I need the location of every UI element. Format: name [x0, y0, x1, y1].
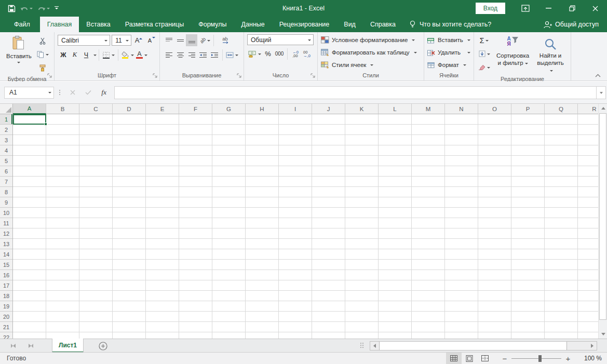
- horizontal-scrollbar[interactable]: [370, 341, 597, 350]
- redo-button[interactable]: [37, 2, 50, 15]
- column-header-C[interactable]: C: [79, 104, 113, 114]
- horizontal-scrollbar-thumb[interactable]: [379, 342, 567, 350]
- percent-style-button[interactable]: %: [262, 48, 274, 60]
- column-header-P[interactable]: P: [511, 104, 545, 114]
- formula-bar-input[interactable]: [114, 86, 597, 99]
- column-header-I[interactable]: I: [279, 104, 312, 114]
- insert-cells-button[interactable]: Вставить: [427, 34, 471, 46]
- column-header-K[interactable]: K: [345, 104, 379, 114]
- vertical-scrollbar-thumb[interactable]: [599, 113, 606, 320]
- column-header-G[interactable]: G: [212, 104, 246, 114]
- column-header-H[interactable]: H: [246, 104, 279, 114]
- align-middle-button[interactable]: [174, 34, 186, 46]
- accounting-format-button[interactable]: [247, 48, 262, 60]
- vertical-scrollbar[interactable]: [598, 104, 607, 339]
- scroll-right-button[interactable]: [588, 342, 597, 350]
- column-header-N[interactable]: N: [445, 104, 478, 114]
- tab-data[interactable]: Данные: [234, 17, 272, 32]
- row-header-12[interactable]: 12: [0, 228, 12, 239]
- row-header-5[interactable]: 5: [0, 156, 12, 166]
- delete-cells-button[interactable]: Удалить: [427, 47, 471, 58]
- tab-home[interactable]: Главная: [40, 17, 79, 32]
- font-color-button[interactable]: А: [135, 49, 149, 61]
- align-bottom-button[interactable]: [186, 34, 197, 46]
- scroll-down-button[interactable]: [599, 330, 607, 339]
- close-button[interactable]: [584, 0, 607, 17]
- clipboard-dialog-launcher[interactable]: [47, 73, 52, 78]
- number-dialog-launcher[interactable]: [310, 73, 316, 78]
- row-header-2[interactable]: 2: [0, 125, 12, 135]
- redo-dropdown-caret[interactable]: [47, 8, 50, 11]
- undo-dropdown-caret[interactable]: [30, 8, 33, 11]
- comma-style-button[interactable]: 000: [274, 48, 285, 60]
- grow-font-button[interactable]: A: [133, 34, 144, 46]
- row-header-13[interactable]: 13: [0, 239, 12, 249]
- row-header-3[interactable]: 3: [0, 135, 12, 145]
- align-left-button[interactable]: [163, 49, 174, 61]
- align-right-button[interactable]: [186, 49, 197, 61]
- align-center-button[interactable]: [174, 49, 186, 61]
- paste-button[interactable]: Вставить: [3, 34, 35, 75]
- number-format-combo[interactable]: Общий: [247, 34, 314, 45]
- collapse-ribbon-button[interactable]: [595, 74, 601, 77]
- sort-filter-button[interactable]: А Я Сортировка и фильтр: [493, 34, 532, 75]
- column-header-M[interactable]: M: [412, 104, 445, 114]
- page-break-preview-button[interactable]: [477, 353, 493, 364]
- increase-indent-button[interactable]: [209, 49, 220, 61]
- zoom-slider[interactable]: [511, 358, 561, 359]
- find-select-button[interactable]: Найти и выделить: [532, 34, 569, 75]
- ribbon-display-options-button[interactable]: [514, 0, 537, 17]
- row-header-8[interactable]: 8: [0, 187, 12, 197]
- decrease-decimal-button[interactable]: 00 →,0: [301, 48, 313, 60]
- sheet-tab-sheet1[interactable]: Лист1: [52, 339, 84, 353]
- enter-entry-button[interactable]: [81, 86, 96, 99]
- expand-formula-bar-button[interactable]: [597, 86, 606, 99]
- tab-file[interactable]: Файл: [4, 17, 40, 32]
- fill-color-caret[interactable]: [131, 55, 134, 58]
- cell-styles-button[interactable]: Стили ячеек: [321, 59, 374, 71]
- sign-in-button[interactable]: Вход: [476, 3, 505, 14]
- column-header-O[interactable]: O: [478, 104, 511, 114]
- tab-formulas[interactable]: Формулы: [191, 17, 234, 32]
- format-painter-button[interactable]: [36, 62, 50, 74]
- alignment-dialog-launcher[interactable]: [236, 73, 242, 78]
- column-header-Q[interactable]: Q: [545, 104, 578, 114]
- tab-page-layout[interactable]: Разметка страницы: [118, 17, 191, 32]
- column-header-D[interactable]: D: [113, 104, 146, 114]
- merge-center-button[interactable]: [225, 49, 239, 61]
- name-box-splitter[interactable]: [59, 90, 60, 95]
- selected-cell-A1[interactable]: [13, 114, 46, 125]
- column-header-E[interactable]: E: [146, 104, 179, 114]
- row-header-20[interactable]: 20: [0, 312, 12, 322]
- bold-button[interactable]: Ж: [58, 49, 69, 61]
- zoom-level-label[interactable]: 100 %: [577, 355, 602, 362]
- font-size-combo[interactable]: 11: [112, 35, 131, 46]
- select-all-button[interactable]: [0, 104, 13, 114]
- share-button[interactable]: Общий доступ: [543, 17, 607, 32]
- restore-button[interactable]: [560, 0, 584, 17]
- column-header-L[interactable]: L: [379, 104, 412, 114]
- accounting-format-caret[interactable]: [258, 53, 261, 57]
- insert-function-button[interactable]: fx: [97, 86, 111, 99]
- increase-decimal-button[interactable]: ←0 ,00: [290, 48, 301, 60]
- tell-me-box[interactable]: Что вы хотите сделать?: [403, 17, 497, 32]
- scroll-left-button[interactable]: [370, 342, 379, 350]
- row-header-9[interactable]: 9: [0, 197, 12, 208]
- orientation-button[interactable]: ab: [199, 34, 211, 46]
- normal-view-button[interactable]: [446, 353, 462, 364]
- row-header-21[interactable]: 21: [0, 322, 12, 332]
- zoom-in-button[interactable]: +: [562, 353, 574, 364]
- italic-button[interactable]: К: [69, 49, 80, 61]
- copy-button[interactable]: [36, 48, 50, 60]
- minimize-button[interactable]: [537, 0, 560, 17]
- underline-caret[interactable]: [93, 55, 97, 58]
- fill-handle[interactable]: [44, 123, 47, 126]
- autosum-button[interactable]: Σ: [477, 34, 491, 46]
- cancel-entry-button[interactable]: [65, 86, 80, 99]
- row-header-7[interactable]: 7: [0, 177, 12, 187]
- undo-button[interactable]: [20, 2, 33, 15]
- format-cells-button[interactable]: Формат: [427, 59, 471, 71]
- align-top-button[interactable]: [163, 34, 174, 46]
- column-header-B[interactable]: B: [46, 104, 79, 114]
- save-button[interactable]: [8, 2, 16, 15]
